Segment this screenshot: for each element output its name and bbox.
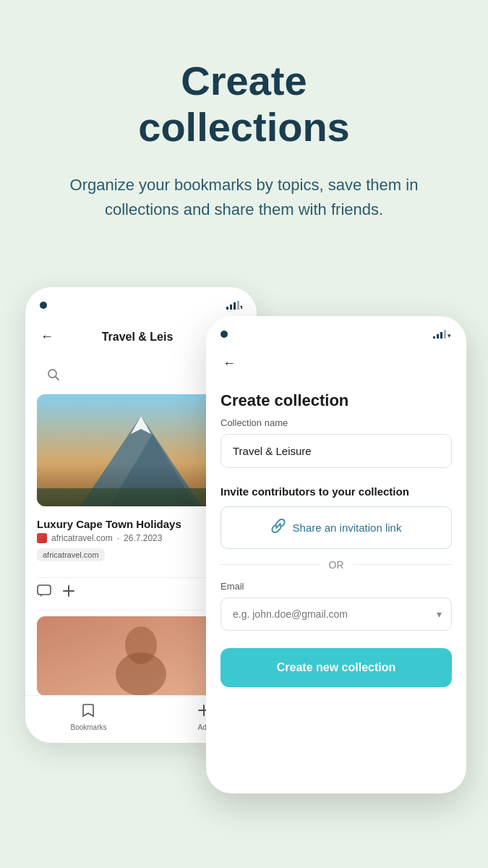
svg-point-5	[48, 370, 56, 378]
svg-rect-12	[38, 585, 51, 595]
source-date: 26.7.2023	[124, 533, 162, 543]
card-tag: africatravel.com	[37, 548, 105, 561]
svg-marker-2	[234, 302, 236, 310]
status-dot-back	[40, 302, 47, 309]
bookmarks-icon	[82, 703, 95, 721]
source-favicon	[37, 533, 47, 543]
invite-link-text: Share an invitation link	[293, 522, 402, 534]
phones-container: ▾ ← Travel & Leis M	[0, 273, 488, 765]
invite-link-button[interactable]: Share an invitation link	[221, 506, 452, 549]
create-collection-title: Create collection	[206, 380, 466, 417]
status-bar-front: ▾	[206, 316, 466, 348]
svg-marker-21	[437, 334, 439, 339]
or-text: OR	[329, 559, 344, 571]
email-label: Email	[221, 581, 452, 592]
comment-icon[interactable]	[37, 584, 51, 598]
svg-point-17	[116, 652, 166, 696]
svg-line-25	[276, 524, 281, 528]
status-bar-back: ▾	[25, 287, 257, 319]
or-line-left	[221, 564, 320, 565]
create-collection-button[interactable]: Create new collection	[221, 648, 452, 687]
svg-marker-20	[433, 336, 435, 339]
svg-marker-3	[237, 301, 239, 310]
svg-marker-23	[444, 330, 446, 339]
svg-marker-22	[440, 332, 442, 339]
source-domain: africatravel.com	[51, 533, 113, 543]
signal-icons-front: ▾	[433, 330, 452, 339]
svg-marker-1	[230, 305, 232, 310]
link-icon	[271, 519, 286, 537]
source-separator: ·	[117, 533, 119, 543]
email-input[interactable]	[221, 597, 452, 631]
status-dot-front	[221, 331, 228, 338]
or-line-right	[353, 564, 453, 565]
bookmarks-nav-item[interactable]: Bookmarks	[70, 703, 106, 731]
back-arrow-front[interactable]: ←	[221, 355, 238, 373]
back-arrow-back[interactable]: ←	[38, 328, 56, 346]
bookmarks-label: Bookmarks	[70, 723, 106, 731]
add-icon[interactable]	[61, 584, 76, 598]
hero-section: Create collections Organize your bookmar…	[0, 0, 488, 251]
signal-icon-front: ▾	[433, 330, 452, 339]
front-nav: ←	[206, 348, 466, 380]
hero-subtitle: Organize your bookmarks by topics, save …	[42, 173, 447, 222]
collection-name-section: Collection name	[206, 417, 466, 485]
svg-line-6	[56, 377, 59, 380]
phone-front: ▾ ← Create collection Collection name In…	[206, 316, 466, 793]
svg-text:▾: ▾	[448, 332, 451, 339]
chevron-down-icon: ▾	[437, 608, 442, 620]
search-icon	[46, 367, 61, 383]
contributors-label: Invite contributors to your collection	[206, 485, 466, 506]
email-input-wrapper: ▾	[221, 597, 452, 631]
svg-text:▾: ▾	[240, 303, 242, 310]
signal-icons-back: ▾	[226, 301, 242, 310]
collection-name-input[interactable]	[221, 434, 452, 468]
or-divider: OR	[206, 549, 466, 581]
collection-name-label: Collection name	[221, 417, 452, 428]
hero-title: Create collections	[29, 58, 459, 151]
nav-title-back: Travel & Leis	[102, 331, 174, 344]
svg-marker-0	[226, 307, 228, 310]
signal-icon-back: ▾	[226, 301, 242, 310]
email-section: Email ▾	[206, 581, 466, 631]
